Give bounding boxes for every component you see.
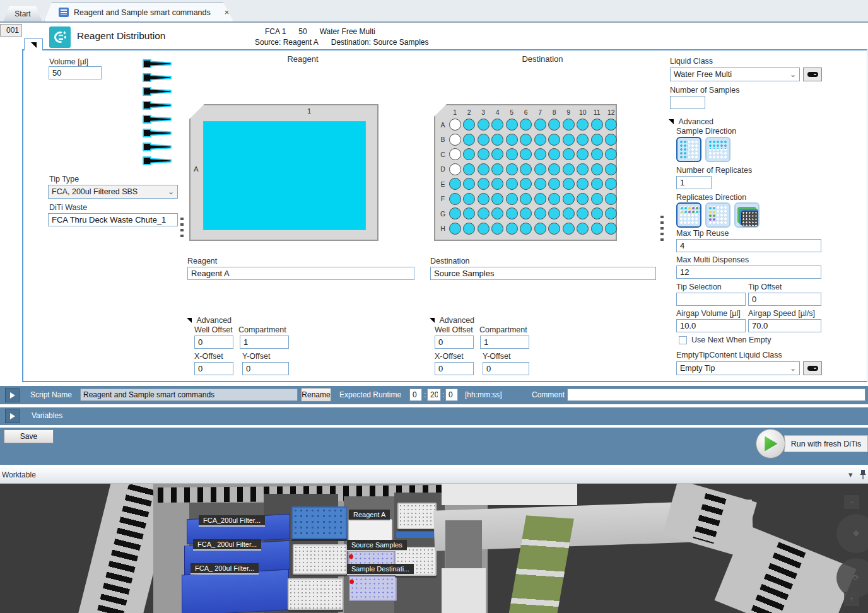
well-C8[interactable] [548,148,560,160]
rename-button[interactable]: Rename [301,388,331,402]
worktable-3d-view[interactable]: − ✥ ⟳ + FCA_200ul Filter... FCA_ 200ul F… [0,484,868,613]
well-G4[interactable] [491,207,503,219]
well-G2[interactable] [463,207,475,219]
variables-expander-button[interactable] [5,409,20,423]
run-with-fresh-ditis-button[interactable]: Run with fresh DiTis [784,435,868,452]
airgap-speed-input[interactable] [748,319,821,332]
pin-icon[interactable] [859,469,867,480]
well-C2[interactable] [463,148,475,160]
well-D12[interactable] [605,163,617,175]
well-D8[interactable] [548,163,560,175]
well-F5[interactable] [506,193,518,205]
volume-input[interactable] [49,66,102,79]
well-E10[interactable] [577,178,589,190]
tip-type-dropdown[interactable]: FCA, 200ul Filtered SBS ⌄ [48,185,178,199]
reagent-trough-3d[interactable] [348,519,392,540]
well-E1[interactable] [449,178,461,190]
well-F9[interactable] [563,193,575,205]
diti-waste-input[interactable] [48,213,178,226]
collapse-command-button[interactable] [24,38,43,50]
liquid-class-dropdown[interactable]: Water Free Multi ⌄ [670,67,800,81]
tip-offset-input[interactable] [748,293,821,306]
well-A9[interactable] [563,119,575,131]
well-F11[interactable] [591,193,603,205]
destination-compartment-input[interactable] [480,336,529,349]
well-H1[interactable] [449,223,461,235]
number-of-samples-input[interactable] [670,96,705,109]
well-E3[interactable] [478,178,490,190]
liquid-class-edit-button[interactable] [803,67,822,81]
well-C1[interactable] [449,148,461,160]
tab-active-smart-commands[interactable]: Reagent and Sample smart commands × [44,3,233,21]
right-splitter-handle[interactable] [660,216,664,242]
well-A7[interactable] [534,119,546,131]
max-tip-reuse-input[interactable] [676,239,821,252]
reagent-advanced-toggle[interactable]: Advanced [187,314,232,325]
well-E5[interactable] [506,178,518,190]
well-D5[interactable] [506,163,518,175]
well-F1[interactable] [449,193,461,205]
well-F8[interactable] [548,193,560,205]
reagent-y-offset-input[interactable] [242,362,289,375]
well-H5[interactable] [506,223,518,235]
well-G11[interactable] [591,207,603,219]
well-C11[interactable] [591,148,603,160]
well-F12[interactable] [605,193,617,205]
well-E2[interactable] [463,178,475,190]
well-A5[interactable] [506,119,518,131]
well-A11[interactable] [591,119,603,131]
well-C5[interactable] [506,148,518,160]
well-H8[interactable] [548,223,560,235]
empty-tip-content-dropdown[interactable]: Empty Tip ⌄ [676,361,800,375]
well-C7[interactable] [534,148,546,160]
well-A8[interactable] [548,119,560,131]
well-D7[interactable] [534,163,546,175]
well-A3[interactable] [478,119,490,131]
well-B1[interactable] [449,134,461,146]
well-E12[interactable] [605,178,617,190]
well-A2[interactable] [463,119,475,131]
well-E11[interactable] [591,178,603,190]
replicates-direction-horizontal-button[interactable] [676,202,701,228]
well-F3[interactable] [478,193,490,205]
runtime-hours-input[interactable] [409,388,422,401]
white-96-well-plate[interactable] [397,503,437,529]
use-next-when-empty-checkbox[interactable] [679,336,687,344]
well-G9[interactable] [563,207,575,219]
well-A6[interactable] [520,119,532,131]
well-B11[interactable] [591,134,603,146]
reagent-well-offset-input[interactable] [194,336,233,349]
well-D1[interactable] [449,163,461,175]
sample-direction-down-button[interactable]: ↓ [676,137,701,162]
well-G10[interactable] [577,207,589,219]
well-C12[interactable] [605,148,617,160]
worktable-panel-header[interactable] [0,467,868,484]
pan-control[interactable]: ✥ [836,514,868,553]
well-G5[interactable] [506,207,518,219]
reagent-compartment-input[interactable] [240,336,289,349]
well-H9[interactable] [563,223,575,235]
collapse-panel-chevron-icon[interactable]: ▾ [848,470,853,479]
well-D3[interactable] [478,163,490,175]
well-F7[interactable] [534,193,546,205]
well-E4[interactable] [491,178,503,190]
well-D10[interactable] [577,163,589,175]
destination-advanced-toggle[interactable]: Advanced [430,314,474,325]
well-A12[interactable] [605,119,617,131]
well-B6[interactable] [520,134,532,146]
well-D9[interactable] [563,163,575,175]
tab-start[interactable]: Start [3,6,42,21]
well-F6[interactable] [520,193,532,205]
well-C3[interactable] [478,148,490,160]
right-advanced-toggle[interactable]: Advanced [669,115,713,127]
script-bar-expander-button[interactable] [5,388,20,402]
white-96-well-plate[interactable] [293,544,347,575]
well-H10[interactable] [577,223,589,235]
number-of-replicates-input[interactable] [676,176,712,189]
well-F2[interactable] [463,193,475,205]
save-button[interactable]: Save [4,429,54,443]
run-play-button[interactable] [756,429,785,458]
well-E6[interactable] [520,178,532,190]
zoom-in-button[interactable]: + [844,592,859,606]
well-H4[interactable] [491,223,503,235]
